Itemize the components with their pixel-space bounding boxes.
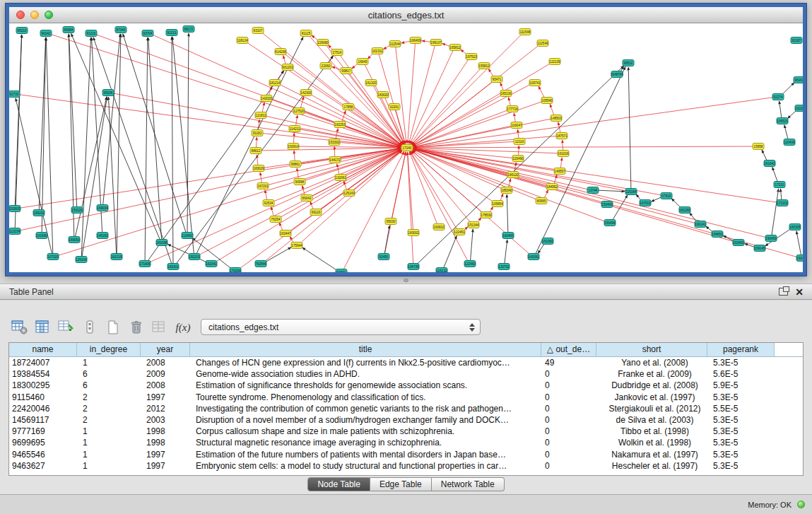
close-panel-icon[interactable]: ✕ (795, 287, 804, 297)
create-table-button[interactable] (103, 318, 123, 337)
graph-node[interactable]: 209145 (754, 245, 765, 252)
graph-node[interactable]: 116047 (511, 122, 522, 129)
graph-node[interactable]: 196137 (430, 40, 442, 46)
graph-node[interactable]: 16649 (357, 59, 368, 65)
graph-node[interactable]: 162119 (111, 254, 122, 260)
graph-node[interactable]: 91571 (336, 269, 347, 273)
graph-node[interactable]: 105854 (492, 201, 503, 207)
table-row[interactable]: 1872400712008Changes of HCN gene express… (9, 357, 803, 368)
graph-node[interactable]: 106523 (777, 118, 788, 124)
graph-node[interactable]: 210662 (182, 233, 193, 239)
graph-node[interactable]: 163447 (280, 230, 291, 237)
graph-node[interactable]: 161320 (365, 80, 377, 86)
function-builder-button[interactable]: f(x) (173, 318, 193, 337)
graph-node[interactable]: 177716 (507, 106, 518, 112)
graph-node[interactable]: 187571 (556, 133, 567, 139)
column-header-pagerank[interactable]: pagerank (707, 343, 775, 356)
graph-node[interactable]: 90142 (40, 30, 52, 37)
graph-node[interactable]: 96163 (794, 77, 803, 83)
graph-node[interactable]: 192203 (189, 254, 200, 260)
graph-node[interactable]: 190493 (765, 235, 777, 242)
graph-node[interactable]: 92187 (791, 37, 802, 44)
graph-node[interactable]: 17858 (343, 104, 354, 110)
graph-node[interactable]: 83107 (252, 28, 264, 34)
graph-node[interactable]: 202450 (733, 240, 744, 246)
graph-node[interactable]: 12116 (514, 139, 525, 145)
graph-node[interactable]: 106735 (408, 264, 419, 270)
delete-table-button[interactable] (126, 318, 146, 337)
table-row[interactable]: 1456911722003Disruption of a novel membe… (9, 414, 803, 426)
graph-node[interactable]: 113154 (9, 228, 20, 235)
graph-node[interactable]: 102311 (372, 48, 383, 54)
window-titlebar[interactable]: citations_edges.txt (9, 7, 803, 23)
graph-node[interactable]: 183020 (377, 92, 389, 98)
graph-node[interactable]: 91210 (86, 30, 97, 37)
graph-node[interactable]: 86042 (301, 195, 312, 201)
graph-node[interactable]: 201038 (156, 240, 167, 246)
graph-node[interactable]: 183029 (253, 165, 264, 172)
graph-node[interactable]: 98861 (290, 161, 301, 168)
graph-node[interactable]: 202605 (9, 206, 20, 212)
graph-node[interactable]: 93704 (142, 30, 153, 37)
graph-node[interactable]: 15958 (753, 144, 764, 150)
graph-node[interactable]: 192450 (796, 255, 803, 262)
network-canvas[interactable]: 8521090142893649121087340937049121388172… (9, 23, 803, 272)
graph-node[interactable]: 115384 (625, 189, 637, 195)
graph-node[interactable]: 95471 (491, 76, 502, 83)
graph-node[interactable]: 153120 (71, 207, 83, 214)
graph-node[interactable]: 150494 (604, 220, 616, 226)
graph-node[interactable]: 762544 (255, 261, 266, 267)
table-row[interactable]: 1938455462009Genome-wide association stu… (9, 368, 803, 380)
graph-node[interactable]: 89364 (63, 27, 74, 33)
graph-node[interactable]: 1648794 (611, 71, 623, 78)
graph-node[interactable]: 170254 (230, 268, 241, 273)
graph-node[interactable]: 178530 (481, 212, 492, 218)
graph-node[interactable]: 160810 (433, 224, 445, 230)
graph-node[interactable]: 114211 (289, 126, 300, 132)
graph-node[interactable]: 149557 (554, 168, 565, 175)
graph-node[interactable]: 98532 (623, 60, 634, 66)
column-header-year[interactable]: year (141, 343, 190, 356)
graph-node[interactable]: 88172 (183, 26, 194, 33)
graph-node[interactable]: 13744 (587, 187, 599, 194)
graph-node[interactable]: 101930 (36, 233, 47, 239)
graph-node[interactable]: 132061 (335, 175, 346, 181)
graph-node[interactable]: 92534 (263, 200, 274, 206)
graph-node[interactable]: 171405 (139, 261, 151, 267)
graph-node[interactable]: 148503 (551, 115, 562, 122)
graph-node[interactable]: 155812 (478, 63, 490, 69)
tab-network-table[interactable]: Network Table (432, 477, 505, 491)
column-header-out_degree[interactable]: △ out_de… (541, 343, 596, 356)
tab-node-table[interactable]: Node Table (307, 477, 370, 491)
graph-node[interactable]: 167919 (640, 200, 651, 206)
graph-node[interactable]: 182301 (167, 264, 179, 270)
graph-node[interactable]: 133702 (498, 264, 510, 270)
graph-node[interactable]: 32201 (389, 104, 400, 110)
graph-node[interactable]: 92274 (772, 94, 784, 100)
splitter-handle[interactable] (404, 279, 408, 282)
graph-node[interactable]: 67919 (661, 193, 672, 199)
table-row[interactable]: 946362711997Embryonic stem cells: a mode… (9, 460, 803, 472)
graph-node[interactable]: 109741 (529, 80, 541, 86)
graph-node[interactable]: 185340 (501, 187, 512, 194)
graph-node[interactable]: 162253 (334, 122, 346, 128)
graph-node[interactable]: 160483 (502, 233, 514, 239)
graph-node[interactable]: 115132 (436, 268, 447, 273)
graph-node[interactable]: 112549 (537, 40, 548, 47)
graph-node[interactable]: 76254 (270, 216, 281, 223)
graph-node[interactable]: 151082 (542, 238, 553, 245)
graph-node[interactable]: 194653 (712, 231, 723, 238)
import-table-button[interactable] (150, 318, 170, 337)
graph-node[interactable]: 22060 (320, 63, 331, 69)
graph-node[interactable]: 90998 (294, 179, 305, 185)
table-settings-button[interactable] (10, 318, 30, 337)
graph-node[interactable]: 151344 (468, 222, 479, 228)
graph-node[interactable]: 220490 (512, 156, 524, 162)
graph-node[interactable]: 81125 (300, 30, 312, 37)
graph-node[interactable]: 112544 (389, 41, 401, 47)
graph-node[interactable]: 100914 (288, 144, 299, 150)
graph-node[interactable]: 182305 (789, 224, 801, 230)
graph-node[interactable]: 17240 (401, 145, 413, 151)
graph-node[interactable]: 175944 (291, 243, 302, 249)
graph-node[interactable]: 199232 (33, 210, 45, 216)
